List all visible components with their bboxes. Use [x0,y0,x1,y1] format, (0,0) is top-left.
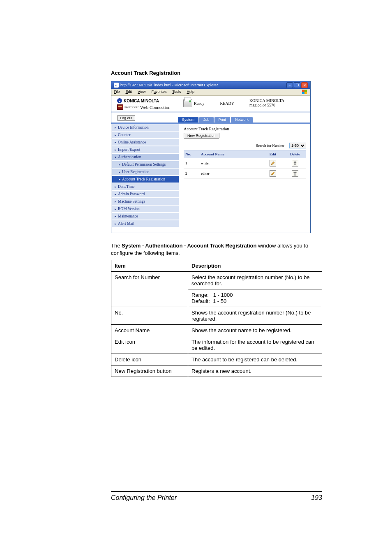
caret-icon: ▸ [115,200,116,204]
account-table: No. Account Name Edit Delete 1 writer [184,150,306,179]
desc-item: No. [111,307,188,325]
sidebar-item-account-track-registration[interactable]: ▸Account Track Registration [112,176,179,183]
cell-name: writer [199,158,262,169]
footer-left: Configuring the Printer [111,494,177,502]
sidebar-item-default-permission[interactable]: ▸Default Permission Settings [112,161,179,168]
caret-icon: ▸ [119,170,120,174]
col-del: Delete [284,150,306,158]
ie-icon: e [114,83,119,88]
edit-icon[interactable] [270,170,276,177]
desc-head-desc: Description [188,260,322,272]
window-menubar: File Edit View Favorites Tools Help [111,89,310,96]
section-title: Account Track Registration [111,70,322,76]
new-registration-button[interactable]: New Registration [184,133,219,139]
desc-item: Edit icon [111,336,188,354]
screenshot-window: e http://192.168.1.2/a_index.html - Micr… [111,81,311,233]
caret-down-icon: ▾ [115,155,116,159]
device-brand: KONICA MINOLTA [249,98,304,103]
table-row: Search for Number Select the account reg… [111,272,322,289]
desc-text: Shows the account name to be registered. [188,325,322,336]
desc-text: Shows the account registration number (N… [188,307,322,325]
caret-icon: ▸ [115,207,116,211]
cell-no: 1 [184,158,199,169]
sidebar-item-machine-settings[interactable]: ▸Machine Settings [112,198,179,205]
tab-system[interactable]: System [178,117,198,123]
sidebar-item-authentication[interactable]: ▾Authentication [112,154,179,160]
cell-name: editer [199,169,262,179]
pagescope-icon [117,104,123,110]
minimize-icon[interactable]: – [286,82,293,88]
desc-text: Select the account registration number (… [188,272,322,289]
page-number: 193 [311,494,322,502]
search-for-number-select[interactable]: 1-50 [289,143,306,148]
description-table: Item Description Search for Number Selec… [111,260,322,377]
menu-view[interactable]: View [138,90,145,95]
sidebar-item-maintenance[interactable]: ▸Maintenance [112,213,179,220]
printer-icon [183,99,192,107]
edit-icon[interactable] [270,160,276,166]
menu-edit[interactable]: Edit [126,90,132,95]
caret-icon: ▸ [119,178,120,181]
table-row: 1 writer [184,158,306,169]
sidebar: ▸Device Information ▸Counter ▸Online Ass… [111,124,180,233]
sidebar-item-alert-mail[interactable]: ▸Alert Mail [112,220,179,227]
caret-icon: ▸ [115,133,116,137]
device-model: magicolor 5570 [249,103,304,107]
status-ready-small: Ready [194,101,205,106]
doc-intro: The System - Authentication - Account Tr… [111,242,322,257]
maximize-icon[interactable]: ❐ [294,82,300,88]
menu-tools[interactable]: Tools [172,90,181,95]
table-row: Delete icon The account to be registered… [111,354,322,365]
status-ready: READY [220,101,234,106]
menu-help[interactable]: Help [187,90,194,95]
cell-no: 2 [184,169,199,179]
window-title: http://192.168.1.2/a_index.html - Micros… [120,83,218,87]
sidebar-item-date-time[interactable]: ▸Date/Time [112,183,179,190]
col-edit: Edit [262,150,284,158]
desc-text: Range: 1 - 1000Default: 1 - 50 [188,289,322,307]
windows-logo-icon [302,90,308,95]
tab-print[interactable]: Print [214,117,231,123]
caret-icon: ▸ [115,185,116,189]
caret-icon: ▸ [119,163,120,166]
sidebar-item-admin-password[interactable]: ▸Admin Password [112,191,179,197]
caret-icon: ▸ [115,141,116,144]
konica-minolta-logo: ●KONICA MINOLTA [117,98,183,103]
caret-icon: ▸ [115,192,116,196]
desc-item: New Registration button [111,365,188,377]
window-titlebar: e http://192.168.1.2/a_index.html - Micr… [111,81,310,89]
sidebar-item-import-export[interactable]: ▸Import/Export [112,146,179,153]
desc-head-item: Item [111,260,188,272]
sidebar-item-counter[interactable]: ▸Counter [112,132,179,138]
search-for-number-label: Search for Number [256,143,284,148]
table-row: New Registration button Registers a new … [111,365,322,377]
delete-icon[interactable] [292,170,298,177]
tab-job[interactable]: Job [199,117,214,123]
page-footer: Configuring the Printer 193 [111,491,322,502]
table-row: 2 editer [184,169,306,179]
desc-text: The account to be registered can be dele… [188,354,322,365]
sidebar-item-device-information[interactable]: ▸Device Information [112,124,179,131]
caret-icon: ▸ [115,222,116,226]
sidebar-item-rom-version[interactable]: ▸ROM Version [112,206,179,212]
content-heading: Account Track Registration [184,127,306,131]
close-icon[interactable]: ✕ [301,82,308,88]
desc-item: Search for Number [111,272,188,307]
desc-text: Registers a new account. [188,365,322,377]
col-name: Account Name [199,150,262,158]
table-row: Edit icon The information for the accoun… [111,336,322,354]
menu-fav[interactable]: Favorites [151,90,166,95]
sidebar-item-online-assistance[interactable]: ▸Online Assistance [112,139,179,146]
pagescope-logo: PAGE SCOPE Web Connection [117,104,183,110]
caret-icon: ▸ [115,148,116,152]
delete-icon[interactable] [292,160,298,166]
table-row: No. Shows the account registration numbe… [111,307,322,325]
sidebar-item-user-registration[interactable]: ▸User Registration [112,169,179,175]
desc-item: Account Name [111,325,188,336]
menu-file[interactable]: File [114,90,120,95]
col-no: No. [184,150,199,158]
tab-network[interactable]: Network [231,117,253,123]
caret-icon: ▸ [115,126,116,130]
table-row: Account Name Shows the account name to b… [111,325,322,336]
logout-button[interactable]: Log out [117,115,135,121]
